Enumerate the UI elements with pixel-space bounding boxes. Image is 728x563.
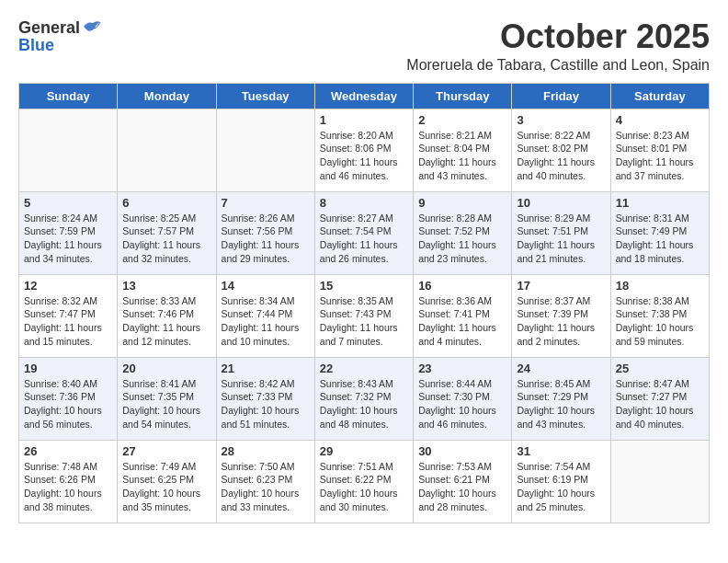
day-header-monday: Monday xyxy=(118,83,216,109)
day-info: Sunrise: 8:47 AM Sunset: 7:27 PM Dayligh… xyxy=(616,377,704,431)
day-info: Sunrise: 8:43 AM Sunset: 7:32 PM Dayligh… xyxy=(320,377,408,431)
day-number: 7 xyxy=(222,196,310,210)
day-info: Sunrise: 8:21 AM Sunset: 8:04 PM Dayligh… xyxy=(418,129,506,183)
day-number: 24 xyxy=(517,362,605,375)
day-number: 14 xyxy=(222,279,310,293)
calendar-cell: 11Sunrise: 8:31 AM Sunset: 7:49 PM Dayli… xyxy=(610,191,709,274)
day-number: 28 xyxy=(222,444,310,458)
logo-general-text: General xyxy=(18,18,80,38)
day-info: Sunrise: 7:50 AM Sunset: 6:23 PM Dayligh… xyxy=(222,460,310,514)
calendar-cell xyxy=(216,109,314,191)
day-info: Sunrise: 8:24 AM Sunset: 7:59 PM Dayligh… xyxy=(24,212,112,266)
day-header-wednesday: Wednesday xyxy=(314,83,413,109)
logo-blue-text: Blue xyxy=(18,36,54,55)
day-info: Sunrise: 8:29 AM Sunset: 7:51 PM Dayligh… xyxy=(517,212,605,266)
calendar-cell xyxy=(19,109,118,191)
calendar-week-row: 5Sunrise: 8:24 AM Sunset: 7:59 PM Daylig… xyxy=(19,191,710,274)
day-number: 12 xyxy=(24,279,112,293)
calendar-table: SundayMondayTuesdayWednesdayThursdayFrid… xyxy=(18,83,710,523)
calendar-cell: 23Sunrise: 8:44 AM Sunset: 7:30 PM Dayli… xyxy=(414,357,512,440)
day-info: Sunrise: 8:36 AM Sunset: 7:41 PM Dayligh… xyxy=(418,294,506,349)
calendar-cell: 5Sunrise: 8:24 AM Sunset: 7:59 PM Daylig… xyxy=(19,191,118,274)
calendar-cell: 24Sunrise: 8:45 AM Sunset: 7:29 PM Dayli… xyxy=(512,357,610,440)
logo: General Blue xyxy=(18,18,102,55)
day-info: Sunrise: 8:40 AM Sunset: 7:36 PM Dayligh… xyxy=(24,377,112,431)
day-number: 21 xyxy=(222,362,310,375)
day-number: 20 xyxy=(122,362,210,375)
calendar-cell: 15Sunrise: 8:35 AM Sunset: 7:43 PM Dayli… xyxy=(314,274,413,357)
day-info: Sunrise: 8:35 AM Sunset: 7:43 PM Dayligh… xyxy=(320,294,408,349)
day-info: Sunrise: 8:23 AM Sunset: 8:01 PM Dayligh… xyxy=(616,129,704,183)
day-info: Sunrise: 7:54 AM Sunset: 6:19 PM Dayligh… xyxy=(517,460,605,514)
day-number: 2 xyxy=(418,113,506,127)
calendar-cell: 19Sunrise: 8:40 AM Sunset: 7:36 PM Dayli… xyxy=(19,357,118,440)
calendar-title: October 2025 xyxy=(120,18,710,55)
day-number: 15 xyxy=(320,279,408,293)
calendar-week-row: 19Sunrise: 8:40 AM Sunset: 7:36 PM Dayli… xyxy=(19,357,710,440)
day-info: Sunrise: 8:37 AM Sunset: 7:39 PM Dayligh… xyxy=(517,294,605,349)
day-info: Sunrise: 8:41 AM Sunset: 7:35 PM Dayligh… xyxy=(122,377,210,431)
calendar-cell: 3Sunrise: 8:22 AM Sunset: 8:02 PM Daylig… xyxy=(512,109,610,191)
calendar-cell: 9Sunrise: 8:28 AM Sunset: 7:52 PM Daylig… xyxy=(414,191,512,274)
day-number: 13 xyxy=(122,279,210,293)
calendar-cell: 28Sunrise: 7:50 AM Sunset: 6:23 PM Dayli… xyxy=(216,440,314,523)
day-number: 31 xyxy=(517,444,605,458)
day-info: Sunrise: 7:49 AM Sunset: 6:25 PM Dayligh… xyxy=(122,460,210,514)
day-number: 11 xyxy=(616,196,704,210)
calendar-cell: 13Sunrise: 8:33 AM Sunset: 7:46 PM Dayli… xyxy=(118,274,216,357)
day-info: Sunrise: 8:44 AM Sunset: 7:30 PM Dayligh… xyxy=(418,377,506,431)
logo-bird-icon xyxy=(82,19,102,34)
day-info: Sunrise: 8:34 AM Sunset: 7:44 PM Dayligh… xyxy=(222,294,310,349)
calendar-cell: 25Sunrise: 8:47 AM Sunset: 7:27 PM Dayli… xyxy=(610,357,709,440)
day-info: Sunrise: 8:31 AM Sunset: 7:49 PM Dayligh… xyxy=(616,212,704,266)
calendar-cell: 18Sunrise: 8:38 AM Sunset: 7:38 PM Dayli… xyxy=(610,274,709,357)
calendar-cell: 6Sunrise: 8:25 AM Sunset: 7:57 PM Daylig… xyxy=(118,191,216,274)
day-header-thursday: Thursday xyxy=(414,83,512,109)
day-info: Sunrise: 8:28 AM Sunset: 7:52 PM Dayligh… xyxy=(418,212,506,266)
day-number: 6 xyxy=(122,196,210,210)
day-info: Sunrise: 8:32 AM Sunset: 7:47 PM Dayligh… xyxy=(24,294,112,349)
day-number: 30 xyxy=(418,444,506,458)
day-info: Sunrise: 8:27 AM Sunset: 7:54 PM Dayligh… xyxy=(320,212,408,266)
header: General Blue October 2025 Moreruela de T… xyxy=(18,18,710,74)
day-header-friday: Friday xyxy=(512,83,610,109)
title-block: October 2025 Moreruela de Tabara, Castil… xyxy=(102,18,710,74)
day-info: Sunrise: 7:48 AM Sunset: 6:26 PM Dayligh… xyxy=(24,460,112,514)
day-number: 23 xyxy=(418,362,506,375)
calendar-cell: 31Sunrise: 7:54 AM Sunset: 6:19 PM Dayli… xyxy=(512,440,610,523)
day-info: Sunrise: 7:51 AM Sunset: 6:22 PM Dayligh… xyxy=(320,460,408,514)
calendar-week-row: 26Sunrise: 7:48 AM Sunset: 6:26 PM Dayli… xyxy=(19,440,710,523)
day-number: 18 xyxy=(616,279,704,293)
calendar-cell xyxy=(610,440,709,523)
calendar-cell xyxy=(118,109,216,191)
day-info: Sunrise: 8:33 AM Sunset: 7:46 PM Dayligh… xyxy=(122,294,210,349)
calendar-cell: 17Sunrise: 8:37 AM Sunset: 7:39 PM Dayli… xyxy=(512,274,610,357)
calendar-cell: 22Sunrise: 8:43 AM Sunset: 7:32 PM Dayli… xyxy=(314,357,413,440)
calendar-week-row: 12Sunrise: 8:32 AM Sunset: 7:47 PM Dayli… xyxy=(19,274,710,357)
calendar-cell: 29Sunrise: 7:51 AM Sunset: 6:22 PM Dayli… xyxy=(314,440,413,523)
day-number: 16 xyxy=(418,279,506,293)
day-number: 25 xyxy=(616,362,704,375)
calendar-week-row: 1Sunrise: 8:20 AM Sunset: 8:06 PM Daylig… xyxy=(19,109,710,191)
calendar-cell: 20Sunrise: 8:41 AM Sunset: 7:35 PM Dayli… xyxy=(118,357,216,440)
day-number: 1 xyxy=(320,113,408,127)
day-number: 5 xyxy=(24,196,112,210)
calendar-cell: 4Sunrise: 8:23 AM Sunset: 8:01 PM Daylig… xyxy=(610,109,709,191)
day-number: 22 xyxy=(320,362,408,375)
day-number: 29 xyxy=(320,444,408,458)
calendar-cell: 14Sunrise: 8:34 AM Sunset: 7:44 PM Dayli… xyxy=(216,274,314,357)
day-header-saturday: Saturday xyxy=(610,83,709,109)
calendar-cell: 30Sunrise: 7:53 AM Sunset: 6:21 PM Dayli… xyxy=(414,440,512,523)
calendar-cell: 12Sunrise: 8:32 AM Sunset: 7:47 PM Dayli… xyxy=(19,274,118,357)
day-number: 8 xyxy=(320,196,408,210)
day-number: 9 xyxy=(418,196,506,210)
calendar-cell: 27Sunrise: 7:49 AM Sunset: 6:25 PM Dayli… xyxy=(118,440,216,523)
day-info: Sunrise: 8:25 AM Sunset: 7:57 PM Dayligh… xyxy=(122,212,210,266)
day-info: Sunrise: 8:22 AM Sunset: 8:02 PM Dayligh… xyxy=(517,129,605,183)
day-info: Sunrise: 8:45 AM Sunset: 7:29 PM Dayligh… xyxy=(517,377,605,431)
calendar-header-row: SundayMondayTuesdayWednesdayThursdayFrid… xyxy=(19,83,710,109)
day-info: Sunrise: 8:38 AM Sunset: 7:38 PM Dayligh… xyxy=(616,294,704,349)
day-info: Sunrise: 8:26 AM Sunset: 7:56 PM Dayligh… xyxy=(222,212,310,266)
calendar-cell: 7Sunrise: 8:26 AM Sunset: 7:56 PM Daylig… xyxy=(216,191,314,274)
day-number: 27 xyxy=(122,444,210,458)
